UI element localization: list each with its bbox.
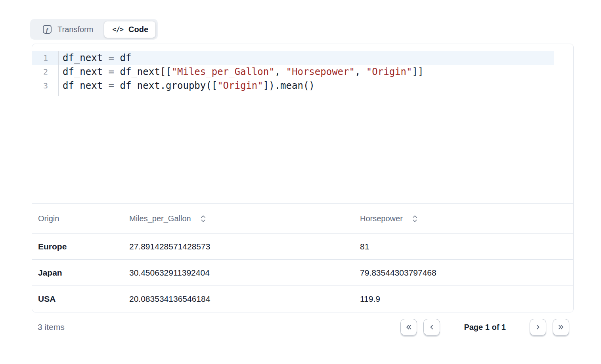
code-line[interactable]: 2df_next = df_next[["Miles_per_Gallon", …	[32, 65, 573, 79]
cell-horsepower: 79.83544303797468	[354, 268, 573, 278]
cell-miles-per-gallon: 20.083534136546184	[123, 294, 354, 304]
chevron-left-icon	[429, 324, 435, 330]
code-line-content[interactable]: df_next = df_next[["Miles_per_Gallon", "…	[59, 65, 554, 79]
chevron-right-icon	[535, 324, 541, 330]
code-token: df_next = df_next.groupby([	[63, 80, 217, 91]
column-header-horsepower-label: Horsepower	[360, 214, 403, 223]
chevrons-right-icon	[557, 324, 565, 330]
tab-code-label: Code	[128, 25, 148, 34]
column-header-miles-per-gallon: Miles_per_Gallon	[123, 214, 354, 223]
column-header-origin: Origin	[32, 214, 123, 223]
string-token: "Origin"	[217, 80, 263, 91]
line-number: 2	[32, 65, 59, 79]
cell-origin: USA	[32, 294, 123, 304]
cell-miles-per-gallon: 30.450632911392404	[123, 268, 354, 278]
sort-toggle-icon[interactable]	[412, 215, 418, 223]
page-indicator: Page 1 of 1	[464, 323, 506, 332]
line-number: 3	[32, 79, 59, 93]
code-lines: 1df_next = df2df_next = df_next[["Miles_…	[32, 51, 573, 96]
table-footer: 3 items Page 1 of 1	[32, 318, 574, 336]
code-token: df_next = df	[63, 52, 131, 63]
column-header-horsepower: Horsepower	[354, 214, 573, 223]
tab-code[interactable]: </> Code	[104, 21, 155, 38]
view-tab-bar: ƒ Transform </> Code	[30, 19, 158, 40]
code-token: ,	[275, 66, 286, 77]
table-body: Europe27.89142857142857381Japan30.450632…	[32, 234, 573, 312]
cell-origin: Europe	[32, 242, 123, 251]
cell-miles-per-gallon: 27.891428571428573	[123, 242, 354, 251]
code-editor[interactable]: 1df_next = df2df_next = df_next[["Miles_…	[32, 44, 573, 203]
tab-transform-label: Transform	[57, 25, 93, 34]
code-line-content[interactable]: df_next = df_next.groupby(["Origin"]).me…	[59, 79, 554, 93]
code-line[interactable]: 1df_next = df	[32, 51, 573, 65]
pagination: Page 1 of 1	[400, 319, 574, 335]
code-token: df_next = df_next[[	[63, 66, 172, 77]
items-count: 3 items	[38, 322, 65, 332]
cell-origin: Japan	[32, 268, 123, 278]
column-header-origin-label: Origin	[38, 214, 59, 223]
gutter-tail	[32, 93, 59, 96]
first-page-button[interactable]	[400, 319, 417, 335]
line-number: 1	[32, 51, 59, 65]
sort-toggle-icon[interactable]	[200, 215, 207, 223]
next-page-button[interactable]	[530, 319, 546, 335]
previous-page-button[interactable]	[423, 319, 440, 335]
last-page-button[interactable]	[553, 319, 569, 335]
table-header-row: Origin Miles_per_Gallon Horsepower	[32, 203, 573, 234]
code-line-content[interactable]: df_next = df	[59, 51, 554, 65]
string-token: "Miles_per_Gallon"	[172, 66, 275, 77]
table-row: Europe27.89142857142857381	[32, 234, 573, 260]
code-token: ,	[355, 66, 366, 77]
cell-horsepower: 119.9	[354, 294, 573, 304]
table-row: USA20.083534136546184119.9	[32, 286, 573, 312]
column-header-miles-per-gallon-label: Miles_per_Gallon	[129, 214, 191, 223]
string-token: "Horsepower"	[286, 66, 355, 77]
chevrons-left-icon	[405, 324, 412, 330]
code-token: ]]	[412, 66, 423, 77]
transform-panel: 1df_next = df2df_next = df_next[["Miles_…	[32, 44, 574, 312]
code-brackets-icon: </>	[112, 25, 123, 33]
table-row: Japan30.45063291139240479.83544303797468	[32, 260, 573, 286]
tab-transform[interactable]: ƒ Transform	[30, 19, 104, 40]
string-token: "Origin"	[366, 66, 412, 77]
function-icon: ƒ	[43, 25, 52, 34]
cell-horsepower: 81	[354, 242, 573, 251]
code-line[interactable]: 3df_next = df_next.groupby(["Origin"]).m…	[32, 79, 573, 93]
code-token: ]).mean()	[263, 80, 315, 91]
